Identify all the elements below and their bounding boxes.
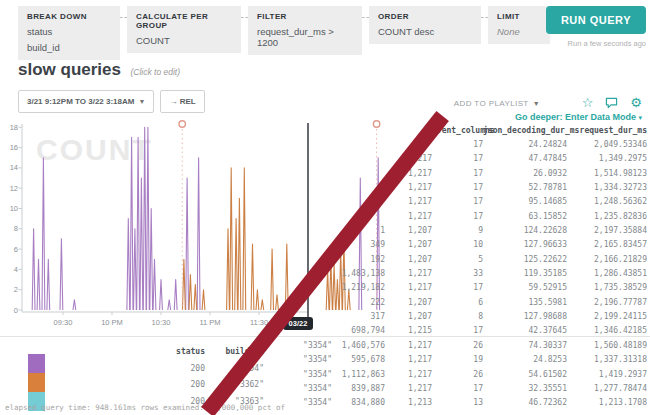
svg-text:0: 0	[14, 306, 18, 315]
table-row[interactable]: 1724.248242,049.53346	[300, 138, 647, 152]
table-header-row: event_columnsjson_decoding_dur_msrequest…	[300, 123, 647, 138]
table-cell: 17	[432, 138, 483, 152]
table-cell: 8	[432, 310, 483, 324]
table-cell: 127.96633	[483, 238, 567, 252]
honeycomb-query-page: BREAK DOWN status build_id CALCULATE PER…	[0, 0, 650, 415]
table-cell: 1,514.98123	[567, 167, 647, 181]
table-cell: 2,166.21829	[567, 253, 647, 267]
annotation-marker[interactable]	[179, 121, 185, 127]
table-cell: 47.47845	[483, 152, 567, 166]
table-row[interactable]: 1,219,1821,2171759.529151,735.38529	[300, 281, 647, 295]
table-cell: json_decoding_dur_ms	[483, 123, 567, 138]
table-cell: 24.24824	[483, 138, 567, 152]
table-cell: 1,207	[385, 238, 432, 252]
table-row[interactable]: 1,2171726.09321,514.98123	[300, 167, 647, 181]
table-cell: 119.35185	[483, 267, 567, 281]
svg-text:14: 14	[10, 163, 18, 172]
legend-color-swatch[interactable]	[28, 354, 45, 373]
legend-panel: statusbuild_id200"3354"200"3362"200"3363…	[0, 336, 650, 415]
table-cell: 124.22628	[483, 224, 567, 238]
svg-text:4: 4	[14, 265, 18, 274]
legend-row[interactable]: 200"3362"	[150, 374, 264, 391]
table-cell: 33	[432, 267, 483, 281]
svg-text:2: 2	[14, 285, 18, 294]
legend-color-swatch[interactable]	[28, 373, 45, 392]
table-cell: 5	[432, 253, 483, 267]
svg-text:09:30: 09:30	[54, 318, 73, 327]
table-cell: 135.5981	[483, 296, 567, 310]
svg-text:10 PM: 10 PM	[101, 318, 123, 327]
table-row[interactable]: 2221,2076135.59812,196.77787	[300, 296, 647, 310]
table-cell: 317	[332, 310, 385, 324]
table-cell: 1,207	[385, 253, 432, 267]
svg-text:8: 8	[14, 224, 18, 233]
table-row[interactable]: 1,483,1381,21733119.351851,286.43851	[300, 267, 647, 281]
table-cell: 1,735.38529	[567, 281, 647, 295]
table-cell: 1,217	[385, 281, 432, 295]
svg-text:16: 16	[10, 143, 18, 152]
table-cell: 17	[432, 195, 483, 209]
table-cell: 1,483,138	[332, 267, 385, 281]
table-cell: 1,217	[385, 195, 432, 209]
table-cell: 6	[432, 296, 483, 310]
table-cell: 52.78781	[483, 181, 567, 195]
table-cell: 95.14685	[483, 195, 567, 209]
table-cell: 26.0932	[483, 167, 567, 181]
table-cell: 1,217	[385, 267, 432, 281]
chart-watermark: COUNT	[36, 133, 153, 166]
table-cell: 2,049.53346	[567, 138, 647, 152]
svg-text:6: 6	[14, 245, 18, 254]
table-cell: 2,197.35884	[567, 224, 647, 238]
table-row[interactable]: 1,2171752.787811,334.32723	[300, 181, 647, 195]
table-cell: 63.15852	[483, 210, 567, 224]
table-cell: 59.52915	[483, 281, 567, 295]
svg-text:18: 18	[10, 123, 18, 132]
table-cell: 125.22622	[483, 253, 567, 267]
table-cell: 1,235.82836	[567, 210, 647, 224]
table-cell: 1,207	[385, 296, 432, 310]
table-row[interactable]: 3171,2078127.986882,199.24115	[300, 310, 647, 324]
table-row[interactable]: 1,2171795.146851,248.56362	[300, 195, 647, 209]
table-cell: 1,248.56362	[567, 195, 647, 209]
table-cell: 2,199.24115	[567, 310, 647, 324]
table-cell: 1,286.43851	[567, 267, 647, 281]
table-cell: 17	[432, 152, 483, 166]
table-cell: 17	[432, 167, 483, 181]
table-cell: 9	[432, 224, 483, 238]
svg-text:11 PM: 11 PM	[199, 318, 220, 327]
svg-text:10:30: 10:30	[152, 318, 171, 327]
table-cell: 2,165.83457	[567, 238, 647, 252]
table-cell: 17	[432, 181, 483, 195]
table-cell: 1,334.32723	[567, 181, 647, 195]
table-cell: 127.98688	[483, 310, 567, 324]
table-cell: request_dur_ms	[567, 123, 647, 138]
query-stats: elapsed query time: 948.161ms rows exami…	[5, 403, 285, 412]
table-cell: 1,217	[385, 210, 432, 224]
table-cell: 17	[432, 281, 483, 295]
svg-text:10: 10	[10, 204, 18, 213]
table-cell: 17	[432, 210, 483, 224]
table-cell: 2,196.77787	[567, 296, 647, 310]
table-cell: 10	[432, 238, 483, 252]
svg-text:12: 12	[10, 184, 18, 193]
table-cell: 222	[332, 296, 385, 310]
table-cell: 1,207	[385, 224, 432, 238]
table-cell: 1,219,182	[332, 281, 385, 295]
table-row[interactable]: 1,2171747.478451,349.2975	[300, 152, 647, 166]
table-row[interactable]: 1921,2075125.226222,166.21829	[300, 253, 647, 267]
table-cell: 1,207	[385, 310, 432, 324]
table-cell: 1,349.2975	[567, 152, 647, 166]
